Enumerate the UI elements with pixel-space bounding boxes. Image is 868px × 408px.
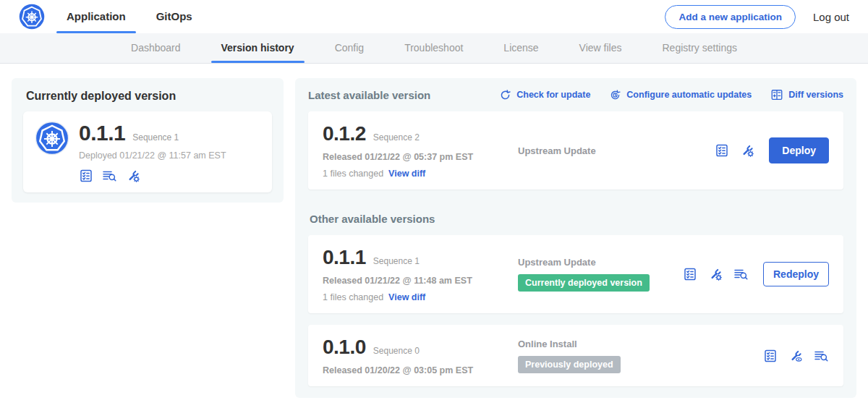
add-application-button[interactable]: Add a new application [665,5,796,29]
preflight-checks-icon[interactable] [715,143,729,158]
source-label: Upstream Update [518,145,715,156]
source-label: Online Install [518,339,763,349]
version-source-column: Online Install Previously deployed [502,339,763,373]
version-actions-column: Redeploy [683,262,829,286]
other-versions-title: Other available versions [310,213,843,225]
files-changed-label: 1 files changed [323,292,383,302]
released-timestamp: Released 01/21/22 @ 11:48 am EST [323,276,502,286]
app-kubernetes-icon [35,121,69,156]
currently-deployed-badge: Currently deployed version [518,274,650,292]
tab-config[interactable]: Config [315,33,384,63]
top-nav-tabs: Application GitOps [67,0,223,33]
released-timestamp: Released 01/20/22 @ 03:05 pm EST [323,365,502,375]
preflight-checks-icon[interactable] [683,267,697,281]
version-actions-column [763,349,829,363]
sequence-label: Sequence 0 [373,346,420,356]
view-logs-icon[interactable] [814,349,829,363]
version-card-0-1-2: 0.1.2 Sequence 2 Released 01/21/22 @ 05:… [308,111,843,190]
edit-config-icon[interactable] [740,143,754,158]
latest-available-title: Latest available version [308,89,430,101]
files-changed-label: 1 files changed [323,169,383,179]
tab-gitops[interactable]: GitOps [156,0,192,33]
version-actions-column: Deploy [715,137,829,163]
version-info: 0.1.0 Sequence 0 Released 01/20/22 @ 03:… [323,336,502,375]
preflight-checks-icon[interactable] [79,169,93,183]
logout-button[interactable]: Log out [813,11,849,23]
check-for-update-link[interactable]: Check for update [499,89,590,101]
view-logs-icon[interactable] [733,267,749,281]
auto-update-clock-icon [609,89,621,101]
currently-deployed-title: Currently deployed version [26,90,272,103]
previously-deployed-badge: Previously deployed [518,356,621,373]
version-source-column: Upstream Update Currently deployed versi… [502,257,683,292]
source-label: Upstream Update [518,257,683,268]
deploy-button[interactable]: Deploy [769,137,829,163]
version-number: 0.1.1 [323,246,366,269]
kubernetes-logo-icon [19,4,45,30]
view-logs-icon[interactable] [102,169,117,183]
version-actions: Check for update Configure automatic upd… [499,88,843,101]
version-card-0-1-0: 0.1.0 Sequence 0 Released 01/20/22 @ 03:… [308,325,843,386]
refresh-icon [499,89,511,101]
version-info: 0.1.1 Sequence 1 Released 01/21/22 @ 11:… [323,246,502,302]
sequence-label: Sequence 1 [373,256,420,266]
released-timestamp: Released 01/21/22 @ 05:37 pm EST [323,152,502,162]
version-number: 0.1.0 [323,336,366,359]
tab-version-history[interactable]: Version history [201,33,315,63]
version-source-column: Upstream Update [502,145,715,156]
available-versions-header: Latest available version Check for updat… [308,88,843,101]
edit-config-icon[interactable] [126,169,140,183]
version-number: 0.1.2 [323,122,366,145]
top-nav-right: Add a new application Log out [665,5,849,29]
available-versions-panel: Latest available version Check for updat… [295,78,856,398]
tab-license[interactable]: License [483,33,558,63]
configure-automatic-updates-link[interactable]: Configure automatic updates [609,89,752,101]
main-content: Currently deployed version [0,64,868,408]
preflight-checks-icon[interactable] [763,349,778,363]
deployed-version-card: 0.1.1 Sequence 1 Deployed 01/21/22 @ 11:… [23,111,272,192]
redeploy-button[interactable]: Redeploy [763,262,829,286]
files-changed-row: 1 files changedView diff [323,292,502,302]
tab-view-files[interactable]: View files [559,33,642,63]
check-for-update-label: Check for update [516,90,590,100]
tab-troubleshoot[interactable]: Troubleshoot [384,33,483,63]
view-diff-link[interactable]: View diff [388,169,425,179]
view-diff-link[interactable]: View diff [388,292,425,302]
app-sub-nav: Dashboard Version history Config Trouble… [0,33,868,64]
configure-automatic-updates-label: Configure automatic updates [626,90,752,100]
diff-icon [770,88,783,101]
sequence-label: Sequence 2 [373,132,420,143]
files-changed-row: 1 files changedView diff [323,169,502,179]
currently-deployed-panel: Currently deployed version [12,78,284,203]
deployed-version-info: 0.1.1 Sequence 1 Deployed 01/21/22 @ 11:… [79,121,226,183]
top-nav: Application GitOps Add a new application… [0,0,868,33]
version-card-0-1-1: 0.1.1 Sequence 1 Released 01/21/22 @ 11:… [308,235,843,313]
edit-config-icon[interactable] [708,267,723,281]
diff-versions-label: Diff versions [788,90,843,100]
view-config-icon[interactable] [788,349,803,363]
tab-application[interactable]: Application [67,0,126,33]
diff-versions-link[interactable]: Diff versions [770,88,843,101]
deployed-sequence-label: Sequence 1 [132,132,179,143]
tab-registry-settings[interactable]: Registry settings [642,33,757,63]
tab-dashboard[interactable]: Dashboard [111,33,201,63]
deployed-timestamp: Deployed 01/21/22 @ 11:57 am EST [79,150,226,161]
version-info: 0.1.2 Sequence 2 Released 01/21/22 @ 05:… [323,122,502,179]
deployed-version-number: 0.1.1 [79,121,125,145]
